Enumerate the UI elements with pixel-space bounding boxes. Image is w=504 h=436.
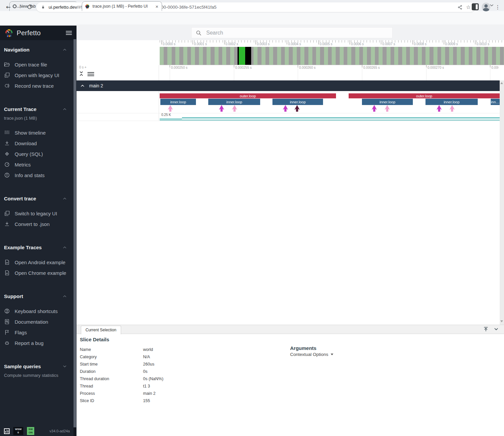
sidebar-item-documentation[interactable]: Documentation [4,316,71,327]
forward-button[interactable]: → [15,3,23,11]
reload-button[interactable] [25,3,34,11]
ruler-tick-label: 0.0004 s [288,42,301,46]
sidebar-item-metrics[interactable]: Metrics [4,159,71,170]
chevron-down-icon[interactable] [62,364,67,369]
sidebar-item-flags[interactable]: Flags [4,327,71,338]
viewport-marker-body[interactable] [245,47,251,65]
sidebar-item-open-chrome-example[interactable]: Open Chrome example [4,268,71,278]
slice-details-heading: Slice Details [80,337,109,342]
slice-details-table: NameworldCategoryN/AStart time260usDurat… [80,346,266,404]
sidebar-item-open-trace-file[interactable]: Open trace file [4,59,71,70]
detail-label: Name [80,347,143,352]
sidebar-item-open-with-legacy-ui[interactable]: Open with legacy UI [4,70,71,80]
contextual-options-dropdown[interactable]: Contextual Options [290,352,333,357]
tab-close-icon[interactable]: × [155,4,159,9]
slice-inner-loop[interactable]: inner.loop [208,99,260,105]
sidebar-item-download[interactable]: Download [4,138,71,149]
share-icon[interactable] [457,5,463,10]
ruler-major-tick [444,40,444,45]
current-selection-tab[interactable]: Current Selection [81,326,121,334]
ruler-major-tick [318,40,319,45]
counter-line [160,119,182,119]
detail-label: Thread [80,384,143,388]
collapse-tracks-icon[interactable] [79,70,84,77]
detail-value: t1 3 [143,384,150,388]
sidebar-item-show-timeline[interactable]: Show timeline [4,127,71,138]
app-root: New Tab × trace.json (1 MB) - Perfetto U… [0,0,504,436]
sidebar-item-label: Metrics [15,162,31,167]
slice-inner-loop[interactable]: inner.loop [425,99,478,105]
file-icon [4,270,10,276]
brand-title: Perfetto [17,29,63,37]
hamburger-menu-icon[interactable] [66,30,72,36]
ruler-tick-label: 0.0006 s [351,42,364,46]
sidebar-section-title[interactable]: Convert trace [4,196,71,201]
search-box[interactable] [191,27,393,38]
slice-inn[interactable]: inn… [491,99,500,105]
sidebar-section-title[interactable]: Sample queries [4,364,71,369]
ruler-major-tick [161,40,162,45]
scroll-up-arrow-icon[interactable] [500,82,503,84]
group-collapse-chevron-icon[interactable] [80,83,85,88]
search-input[interactable] [206,30,388,36]
sidebar-item-label: Open with legacy UI [15,72,59,78]
chevron-up-icon[interactable] [62,47,67,52]
sidebar-section-title[interactable]: Support [4,293,71,299]
axis-tick-label: 0.000250 s [171,66,188,69]
expand-panel-icon[interactable] [483,326,489,332]
chevron-up-icon[interactable] [62,294,67,299]
stats-chart-icon[interactable] [4,428,10,434]
sidebar-item-open-android-example[interactable]: Open Android example [4,257,71,268]
scroll-down-arrow-icon[interactable] [500,320,503,322]
sidebar-item-info-and-stats[interactable]: Info and stats [4,170,71,180]
sort-tracks-icon[interactable] [87,71,94,77]
counter-value-label: 0.25 K [161,113,171,117]
browser-toolbar [0,11,504,25]
track-group-header-main2[interactable]: main 2 [77,80,500,91]
sidebar-item-switch-to-legacy-ui[interactable]: Switch to legacy UI [4,208,71,219]
tab-perfetto[interactable]: trace.json (1 MB) - Perfetto UI × [82,1,162,11]
sidebar-item-label: Report a bug [15,340,44,346]
sidebar-section-items: Show timelineDownloadQuery (SQL)MetricsI… [4,127,71,180]
detail-row-thread: Threadt1 3 [80,382,266,390]
side-panel-icon[interactable] [472,3,479,10]
sidebar-section-title[interactable]: Current Trace [4,106,71,112]
perfetto-favicon-icon [85,4,90,9]
sidebar-item-record-new-trace[interactable]: Record new trace [4,80,71,91]
sidebar-item-query-sql[interactable]: Query (SQL) [4,149,71,159]
slice-inner-loop[interactable]: inner.loop [272,99,323,105]
profile-avatar[interactable] [482,3,490,11]
collapse-panel-chevron-icon[interactable] [493,326,499,332]
axis-tick [490,65,490,67]
sidebar-item-label: Switch to legacy UI [15,211,57,216]
sidebar-scrollbar-thumb[interactable] [74,39,76,427]
slice-inner-loop[interactable]: inner.loop [362,99,413,105]
chevron-up-icon[interactable] [62,107,67,112]
sidebar-section-title[interactable]: Example Traces [4,245,71,250]
sidebar-item-label: Convert to .json [15,221,50,227]
sidebar-item-keyboard-shortcuts[interactable]: Keyboard shortcuts [4,306,71,316]
slice-inner-loop[interactable]: inner.loop [160,99,196,105]
detail-value: world [143,347,153,352]
back-button[interactable]: ← [4,3,13,11]
detail-row-slice-id: Slice ID155 [80,397,266,404]
sidebar-section-title[interactable]: Navigation [4,47,71,53]
main-scrollbar-track[interactable] [500,80,504,325]
slice-outer-loop[interactable]: outer.loop [160,93,336,98]
sidebar-item-convert-to-json[interactable]: Convert to .json [4,219,71,229]
sidebar-section-subtitle: Compute summary statistics [4,373,71,378]
sidebar-item-report-a-bug[interactable]: Report a bug [4,338,71,348]
viewport-marker-selection[interactable] [239,47,245,65]
file-icon [4,259,10,265]
detail-label: Category [80,355,143,359]
sidebar-item-label: Query (SQL) [15,151,43,157]
chevron-up-icon[interactable] [62,196,67,201]
timeline-minimap[interactable] [160,47,504,65]
sidebar-section-current-trace: Current Tracetrace.json (1 MB)Show timel… [4,106,71,180]
detail-label: Process [80,391,143,396]
slice-outer-loop[interactable]: outer.loop [349,93,500,98]
bookmark-star-icon[interactable]: ☆ [466,4,471,10]
browser-menu-icon[interactable]: ⋮ [494,3,501,11]
chevron-up-icon[interactable] [62,245,67,250]
sidebar-section-support: SupportKeyboard shortcutsDocumentationFl… [4,293,71,348]
